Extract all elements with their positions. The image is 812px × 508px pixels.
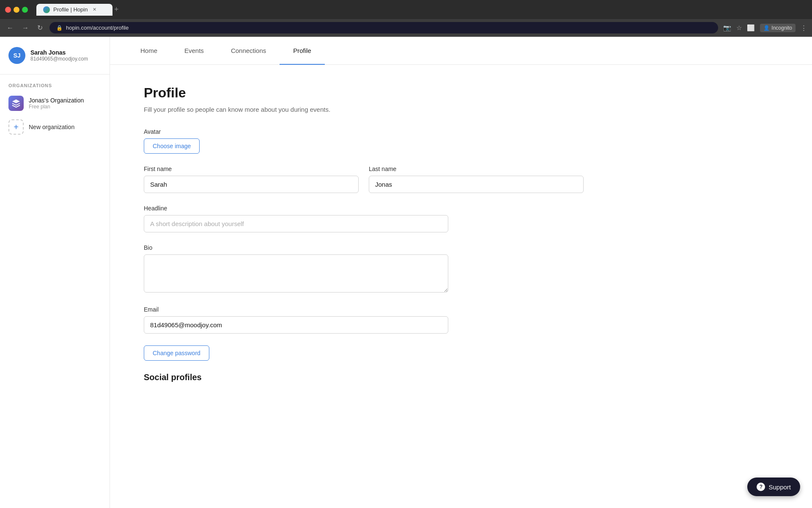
- page-title: Profile: [144, 85, 584, 101]
- last-name-group: Last name: [369, 166, 584, 193]
- profile-subtitle: Fill your profile so people can know mor…: [144, 106, 584, 113]
- incognito-badge: 👤 Incognito: [760, 24, 796, 32]
- avatar-section: Avatar Choose image: [144, 128, 584, 154]
- headline-label: Headline: [144, 205, 448, 212]
- url-text: hopin.com/account/profile: [66, 25, 129, 31]
- bio-section: Bio: [144, 244, 448, 294]
- user-name: Sarah Jonas: [30, 49, 88, 56]
- org-info: Jonas's Organization Free plan: [29, 97, 84, 110]
- nav-home[interactable]: Home: [127, 37, 171, 64]
- first-name-label: First name: [144, 166, 359, 172]
- split-screen-icon[interactable]: ⬜: [747, 24, 755, 32]
- nav-events[interactable]: Events: [171, 37, 217, 64]
- incognito-icon: 👤: [763, 25, 770, 31]
- email-field[interactable]: [144, 316, 448, 334]
- nav-connections[interactable]: Connections: [217, 37, 280, 64]
- avatar-label: Avatar: [144, 128, 584, 135]
- support-button[interactable]: ? Support: [747, 478, 800, 496]
- forward-button[interactable]: →: [20, 22, 30, 33]
- avatar: SJ: [8, 47, 25, 64]
- url-bar[interactable]: 🔒 hopin.com/account/profile: [49, 22, 718, 33]
- support-label: Support: [768, 483, 791, 491]
- new-org-label: New organization: [29, 124, 74, 130]
- org-item[interactable]: Jonas's Organization Free plan: [0, 91, 110, 115]
- lock-icon: 🔒: [56, 25, 63, 31]
- choose-image-button[interactable]: Choose image: [144, 138, 200, 154]
- top-nav: Home Events Connections Profile: [110, 37, 812, 65]
- profile-form: Profile Fill your profile so people can …: [110, 65, 617, 414]
- social-profiles-label: Social profiles: [144, 373, 584, 382]
- email-label: Email: [144, 306, 448, 313]
- browser-actions: 📷 ☆ ⬜ 👤 Incognito ⋮: [723, 24, 807, 32]
- nav-profile[interactable]: Profile: [280, 37, 325, 64]
- tab-bar: Profile | Hopin ✕ +: [36, 4, 807, 16]
- headline-section: Headline: [144, 205, 448, 232]
- organizations-section-label: ORGANIZATIONS: [0, 75, 110, 91]
- headline-field[interactable]: [144, 215, 448, 232]
- new-org-icon: +: [8, 119, 24, 135]
- back-button[interactable]: ←: [5, 22, 15, 33]
- user-info: Sarah Jonas 81d49065@moodjoy.com: [30, 49, 88, 62]
- close-window-button[interactable]: [5, 7, 11, 13]
- sidebar-user: SJ Sarah Jonas 81d49065@moodjoy.com: [0, 37, 110, 75]
- active-tab[interactable]: Profile | Hopin ✕: [36, 4, 112, 16]
- maximize-window-button[interactable]: [22, 7, 28, 13]
- cast-icon[interactable]: 📷: [723, 24, 731, 32]
- last-name-label: Last name: [369, 166, 584, 172]
- bio-label: Bio: [144, 244, 448, 251]
- change-password-button[interactable]: Change password: [144, 345, 209, 361]
- refresh-button[interactable]: ↻: [36, 22, 44, 33]
- new-org-item[interactable]: + New organization: [0, 115, 110, 139]
- traffic-lights: [5, 7, 28, 13]
- main-content: Home Events Connections Profile Profile …: [110, 37, 812, 508]
- menu-icon[interactable]: ⋮: [801, 24, 807, 32]
- new-tab-button[interactable]: +: [114, 5, 119, 14]
- social-profiles-section: Social profiles: [144, 373, 584, 382]
- name-row: First name Last name: [144, 166, 584, 193]
- org-name: Jonas's Organization: [29, 97, 84, 104]
- org-plan: Free plan: [29, 104, 84, 110]
- last-name-field[interactable]: [369, 176, 584, 193]
- address-bar: ← → ↻ 🔒 hopin.com/account/profile 📷 ☆ ⬜ …: [0, 19, 812, 37]
- incognito-label: Incognito: [771, 25, 792, 31]
- support-icon: ?: [757, 483, 765, 491]
- user-email: 81d49065@moodjoy.com: [30, 56, 88, 62]
- bio-field[interactable]: [144, 254, 448, 293]
- email-section: Email: [144, 306, 448, 334]
- minimize-window-button[interactable]: [14, 7, 19, 13]
- tab-favicon: [43, 6, 50, 13]
- bookmark-icon[interactable]: ☆: [736, 24, 742, 32]
- org-avatar: [8, 96, 24, 111]
- first-name-group: First name: [144, 166, 359, 193]
- tab-title: Profile | Hopin: [53, 6, 88, 13]
- first-name-field[interactable]: [144, 176, 359, 193]
- app-container: SJ Sarah Jonas 81d49065@moodjoy.com ORGA…: [0, 37, 812, 508]
- change-password-section: Change password: [144, 345, 584, 361]
- browser-chrome: Profile | Hopin ✕ +: [0, 0, 812, 19]
- tab-close-button[interactable]: ✕: [91, 6, 98, 13]
- sidebar: SJ Sarah Jonas 81d49065@moodjoy.com ORGA…: [0, 37, 110, 508]
